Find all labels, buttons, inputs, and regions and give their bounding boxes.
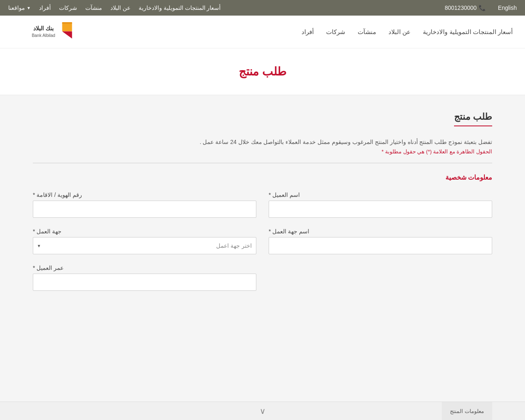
top-navigation: English 📞 8001230000 أسعار المنتجات التم… xyxy=(0,0,525,16)
id-number-input[interactable] xyxy=(33,201,256,218)
logo[interactable]: بنك البلاد Bank Albilad xyxy=(12,20,78,44)
form-group-work-entity-name: اسم جهة العمل * xyxy=(269,228,492,254)
main-navigation: أسعار المنتجات التمويلية والادخارية عن ا… xyxy=(0,16,525,48)
bank-albilad-logo: بنك البلاد Bank Albilad xyxy=(12,20,78,44)
page-title: طلب منتج xyxy=(0,65,525,78)
phone-text: 8001230000 xyxy=(445,5,477,11)
customer-age-input[interactable] xyxy=(33,274,256,291)
main-nav-prices[interactable]: أسعار المنتجات التمويلية والادخارية xyxy=(423,26,513,38)
main-nav-afrad[interactable]: أفراد xyxy=(301,26,314,38)
form-row-3: عمر العميل * xyxy=(33,265,492,291)
section-divider xyxy=(33,163,492,163)
form-row-1: اسم العميل * رقم الهوية / الاقامة * xyxy=(33,192,492,218)
top-nav-left: أسعار المنتجات التمويلية والادخارية عن ا… xyxy=(8,5,221,11)
form-group-customer-age: عمر العميل * xyxy=(33,265,256,291)
page-title-section: طلب منتج xyxy=(0,48,525,95)
form-section-title: طلب منتج xyxy=(454,112,492,126)
nav-link-munshaat[interactable]: منشآت xyxy=(85,5,102,11)
customer-name-input[interactable] xyxy=(269,201,492,218)
scroll-down-arrow[interactable]: ∨ xyxy=(260,406,266,416)
form-group-id-number: رقم الهوية / الاقامة * xyxy=(33,192,256,218)
language-switcher[interactable]: English xyxy=(498,5,517,11)
nav-link-sharakaat[interactable]: شركات xyxy=(59,5,77,11)
work-entity-select[interactable]: اختر جهة اعمل حكومي خاص عسكري xyxy=(33,237,256,254)
form-group-customer-name: اسم العميل * xyxy=(269,192,492,218)
nav-link-afrad[interactable]: أفراد xyxy=(39,5,51,11)
work-entity-name-label: اسم جهة العمل * xyxy=(269,228,309,235)
work-entity-label: جهة العمل * xyxy=(33,228,62,235)
customer-name-label: اسم العميل * xyxy=(269,192,300,198)
id-number-label: رقم الهوية / الاقامة * xyxy=(33,192,82,198)
dropdown-arrow-icon: ▼ xyxy=(27,6,31,10)
bottom-section-label: معلومات المنتج xyxy=(442,402,492,420)
form-group-work-entity: جهة العمل * اختر جهة اعمل حكومي خاص عسكر… xyxy=(33,228,256,254)
personal-info-heading: معلومات شخصية xyxy=(33,173,492,181)
phone-icon: 📞 xyxy=(479,5,486,11)
top-nav-right: English 📞 8001230000 xyxy=(445,5,517,11)
main-nav-about[interactable]: عن البلاد xyxy=(388,26,411,38)
main-nav-sharakaat[interactable]: شركات xyxy=(326,26,345,38)
svg-text:Bank Albilad: Bank Albilad xyxy=(32,33,55,38)
site-label: مواقعنا xyxy=(8,5,25,11)
form-description: تفضل بتعبئة نموذج طلب المنتج أدناه واختي… xyxy=(33,132,492,145)
main-nav-links: أسعار المنتجات التمويلية والادخارية عن ا… xyxy=(301,26,513,38)
customer-age-label: عمر العميل * xyxy=(33,265,64,271)
form-wrapper: طلب منتج تفضل بتعبئة نموذج طلب المنتج أد… xyxy=(33,112,492,291)
site-dropdown[interactable]: ▼ مواقعنا xyxy=(8,5,31,11)
form-row-2: اسم جهة العمل * جهة العمل * اختر جهة اعم… xyxy=(33,228,492,254)
form-group-empty xyxy=(269,265,492,291)
required-note: الحقول الظاهرة مع العلامة (*) هي حقول مط… xyxy=(33,148,492,155)
main-content: طلب منتج تفضل بتعبئة نموذج طلب المنتج أد… xyxy=(0,95,525,341)
svg-rect-4 xyxy=(62,22,72,24)
nav-link-prices[interactable]: أسعار المنتجات التمويلية والادخارية xyxy=(139,5,221,11)
english-label: English xyxy=(498,5,517,11)
work-entity-select-wrapper: اختر جهة اعمل حكومي خاص عسكري xyxy=(33,237,256,254)
main-nav-munshaat[interactable]: منشآت xyxy=(358,26,376,38)
svg-marker-3 xyxy=(62,31,72,39)
nav-link-about[interactable]: عن البلاد xyxy=(110,5,130,11)
required-star: * xyxy=(381,148,383,155)
work-entity-name-input[interactable] xyxy=(269,237,492,254)
phone-number: 📞 8001230000 xyxy=(445,5,486,11)
required-note-text: الحقول الظاهرة مع العلامة (*) هي حقول مط… xyxy=(385,148,492,155)
svg-text:بنك البلاد: بنك البلاد xyxy=(33,25,54,32)
